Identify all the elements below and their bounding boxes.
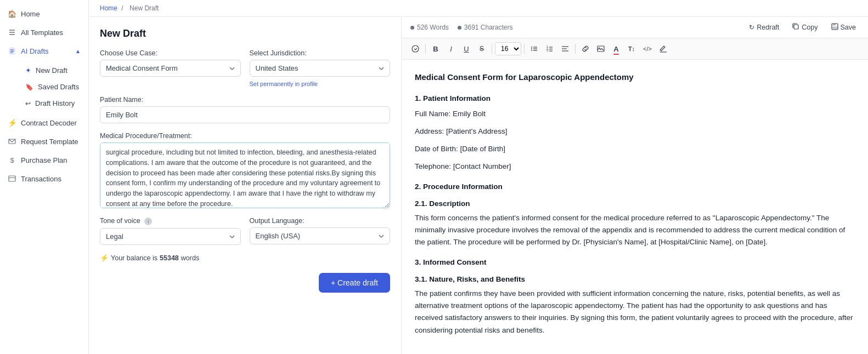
jurisdiction-label: Select Jurisdiction: bbox=[250, 49, 391, 57]
balance-prefix: Your balance is bbox=[111, 254, 157, 262]
strikethrough-button[interactable]: S bbox=[475, 42, 489, 56]
breadcrumb: Home / New Draft bbox=[89, 0, 868, 17]
char-dot bbox=[458, 26, 461, 30]
svg-text:3.: 3. bbox=[546, 49, 549, 52]
breadcrumb-separator: / bbox=[121, 4, 123, 12]
lightning-balance-icon: ⚡ bbox=[100, 254, 109, 262]
transactions-icon bbox=[8, 174, 16, 183]
history-icon: ↩ bbox=[25, 100, 31, 107]
balance-amount: 55348 bbox=[160, 254, 179, 262]
document-title: Medical Consent Form for Laparoscopic Ap… bbox=[415, 71, 855, 84]
save-label: Save bbox=[841, 24, 856, 31]
sidebar-item-purchase-plan[interactable]: $ Purchase Plan bbox=[0, 151, 88, 169]
content-area: New Draft Choose Use Case: Medical Conse… bbox=[89, 17, 868, 354]
mail-icon bbox=[8, 137, 16, 146]
sidebar-item-home[interactable]: 🏠 Home bbox=[0, 4, 88, 23]
create-draft-button[interactable]: + Create draft bbox=[319, 273, 390, 293]
sidebar-item-saved-drafts[interactable]: 🔖 Saved Drafts bbox=[21, 79, 88, 95]
section-2-1-heading: 2.1. Description bbox=[415, 198, 855, 210]
link-button[interactable] bbox=[578, 42, 593, 56]
word-dot bbox=[410, 26, 414, 30]
list-icon bbox=[8, 28, 16, 37]
create-btn-container: + Create draft bbox=[100, 273, 390, 293]
section-2-1-text: This form concerns the patient's informe… bbox=[415, 212, 855, 249]
highlight-button[interactable] bbox=[656, 42, 670, 56]
sidebar-item-transactions-label: Transactions bbox=[21, 175, 61, 183]
tone-select[interactable]: Legal bbox=[100, 228, 241, 245]
editor-stats: 526 Words 3691 Characters bbox=[410, 24, 513, 31]
redraft-button[interactable]: ↻ Redraft bbox=[746, 22, 782, 33]
tone-group: Tone of voice i Legal bbox=[100, 217, 241, 245]
svg-point-17 bbox=[531, 48, 532, 49]
editor-actions: ↻ Redraft Copy Save bbox=[746, 21, 859, 33]
address-line: Address: [Patient's Address] bbox=[415, 125, 855, 138]
bold-button[interactable]: B bbox=[429, 42, 443, 56]
output-language-group: Output Language: English (USA) bbox=[250, 217, 391, 245]
heading-button[interactable]: T↕ bbox=[624, 42, 639, 56]
sidebar-item-new-draft[interactable]: ✦ New Draft bbox=[21, 62, 88, 78]
fmt-divider-3 bbox=[524, 44, 525, 54]
procedure-textarea[interactable]: surgical procedure, including but not li… bbox=[100, 142, 390, 208]
ai-format-button[interactable] bbox=[408, 42, 422, 56]
copy-button[interactable]: Copy bbox=[789, 21, 821, 33]
patient-name-label: Patient Name: bbox=[100, 96, 390, 104]
jurisdiction-group: Select Jurisdiction: United States Set p… bbox=[250, 49, 391, 87]
use-case-jurisdiction-row: Choose Use Case: Medical Consent Form Se… bbox=[100, 49, 390, 87]
sidebar-item-home-label: Home bbox=[21, 10, 40, 18]
sidebar: 🏠 Home All Templates AI Drafts ▲ ✦ New D… bbox=[0, 0, 89, 354]
copy-label: Copy bbox=[802, 24, 818, 31]
sidebar-item-new-draft-label: New Draft bbox=[36, 66, 67, 75]
jurisdiction-hint[interactable]: Set permanently in profile bbox=[250, 81, 391, 87]
save-button[interactable]: Save bbox=[828, 21, 860, 33]
page-title: New Draft bbox=[100, 28, 390, 39]
section-3-heading: 3. Informed Consent bbox=[415, 256, 855, 269]
sidebar-item-request-template[interactable]: Request Template bbox=[0, 132, 88, 151]
italic-button[interactable]: I bbox=[444, 42, 458, 56]
sidebar-item-contract-decoder-label: Contract Decoder bbox=[21, 119, 77, 127]
use-case-select[interactable]: Medical Consent Form bbox=[100, 60, 241, 77]
full-name-line: Full Name: Emily Bolt bbox=[415, 108, 855, 120]
text-color-button[interactable]: A bbox=[609, 42, 623, 56]
fmt-divider-2 bbox=[492, 44, 492, 54]
svg-point-15 bbox=[531, 47, 532, 48]
telephone-line: Telephone: [Contact Number] bbox=[415, 161, 855, 173]
unordered-list-button[interactable] bbox=[527, 42, 542, 56]
tone-info-icon: i bbox=[144, 218, 152, 225]
chevron-up-icon: ▲ bbox=[75, 48, 81, 54]
sidebar-item-ai-drafts[interactable]: AI Drafts ▲ bbox=[0, 42, 88, 60]
copy-icon bbox=[792, 23, 799, 32]
lightning-icon: ⚡ bbox=[8, 118, 16, 127]
redraft-icon: ↻ bbox=[749, 24, 754, 31]
editor-format-toolbar: B I U S 16 12 14 18 24 1.2.3. bbox=[402, 38, 868, 60]
output-language-select[interactable]: English (USA) bbox=[250, 227, 391, 244]
bookmark-icon: 🔖 bbox=[25, 83, 33, 91]
section-3-1-text: The patient confirms they have been prov… bbox=[415, 288, 855, 336]
main-area: Home / New Draft New Draft Choose Use Ca… bbox=[89, 0, 868, 354]
patient-name-input[interactable] bbox=[100, 106, 390, 123]
sidebar-item-all-templates[interactable]: All Templates bbox=[0, 23, 88, 42]
home-icon: 🏠 bbox=[8, 9, 16, 18]
sidebar-item-transactions[interactable]: Transactions bbox=[0, 169, 88, 188]
svg-rect-13 bbox=[832, 27, 837, 30]
svg-point-14 bbox=[412, 45, 419, 52]
sidebar-item-draft-history-label: Draft History bbox=[35, 99, 75, 107]
breadcrumb-home-link[interactable]: Home bbox=[100, 4, 117, 12]
section-3-1-heading: 3.1. Nature, Risks, and Benefits bbox=[415, 273, 855, 286]
jurisdiction-select[interactable]: United States bbox=[250, 60, 391, 77]
sidebar-item-all-templates-label: All Templates bbox=[21, 28, 63, 37]
sidebar-item-saved-drafts-label: Saved Drafts bbox=[38, 83, 79, 91]
sidebar-item-contract-decoder[interactable]: ⚡ Contract Decoder bbox=[0, 113, 88, 132]
sidebar-item-request-template-label: Request Template bbox=[21, 138, 78, 146]
file-icon bbox=[8, 47, 16, 55]
section-1-heading: 1. Patient Information bbox=[415, 93, 855, 105]
ordered-list-button[interactable]: 1.2.3. bbox=[543, 42, 557, 56]
redraft-label: Redraft bbox=[757, 24, 779, 31]
code-button[interactable]: </> bbox=[640, 42, 655, 56]
align-button[interactable] bbox=[558, 42, 572, 56]
editor-content: Medical Consent Form for Laparoscopic Ap… bbox=[402, 60, 868, 354]
underline-button[interactable]: U bbox=[459, 42, 474, 56]
sidebar-item-ai-drafts-label: AI Drafts bbox=[21, 47, 71, 55]
font-size-select[interactable]: 16 12 14 18 24 bbox=[495, 42, 521, 55]
sidebar-item-draft-history[interactable]: ↩ Draft History bbox=[21, 95, 88, 111]
image-button[interactable] bbox=[594, 42, 608, 56]
